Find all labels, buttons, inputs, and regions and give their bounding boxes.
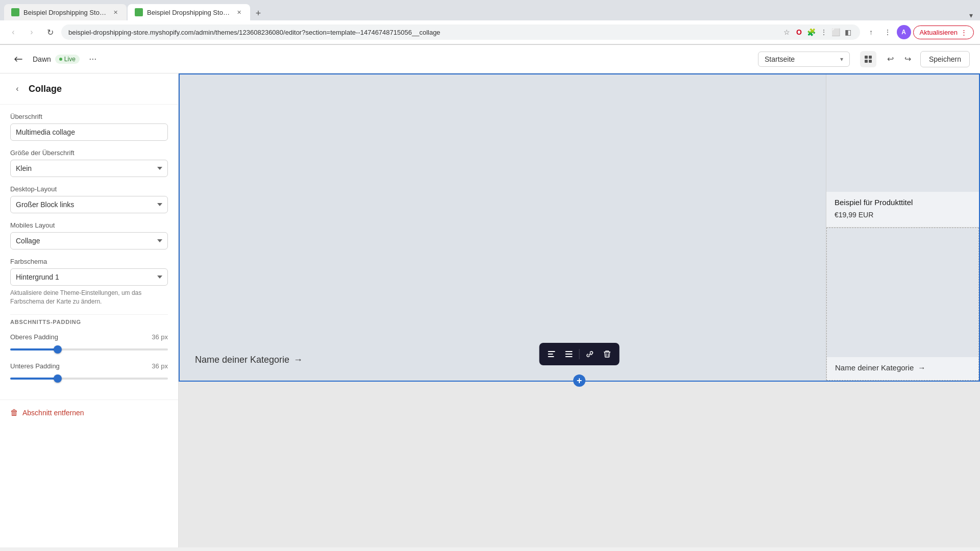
svg-rect-9 <box>566 356 573 357</box>
bookmark-icon[interactable]: ☆ <box>782 28 792 37</box>
view-grid-button[interactable] <box>860 51 876 67</box>
page-selector-text: Startseite <box>765 55 795 63</box>
sidebar-header: ‹ Collage <box>0 73 178 105</box>
redo-button[interactable]: ↪ <box>900 51 916 67</box>
browser-actions: ↑ ⋮ A Aktualisieren ⋮ <box>864 25 974 39</box>
browser-chrome: Beispiel Dropshipping Store · ✕ Beispiel… <box>0 0 980 45</box>
category-card-link[interactable]: Name deiner Kategorie → <box>835 363 970 372</box>
heading-label: Überschrift <box>10 113 168 120</box>
collage-category-text: Name deiner Kategorie <box>195 355 289 365</box>
opera-icon[interactable]: O <box>795 28 804 37</box>
collage-category-link[interactable]: Name deiner Kategorie → <box>195 355 303 365</box>
desktop-layout-label: Desktop-Layout <box>10 185 168 193</box>
main-content: ‹ Collage Überschrift Größe der Überschr… <box>0 73 980 547</box>
url-bar-icons: ☆ O 🧩 ⋮ ⬜ ◧ <box>782 28 853 37</box>
more-tools-icon[interactable]: ⋮ <box>819 28 828 37</box>
tab-bar: Beispiel Dropshipping Store · ✕ Beispiel… <box>0 0 980 20</box>
tab-1-favicon <box>11 8 19 16</box>
collage-section[interactable]: Name deiner Kategorie → Beispiel für Pro… <box>179 73 980 382</box>
update-button-icon: ⋮ <box>961 29 967 36</box>
sidebar-icon[interactable]: ◧ <box>844 28 853 37</box>
theme-name: Dawn Live <box>33 55 80 64</box>
bottom-padding-slider-track <box>10 378 168 380</box>
sidebar: ‹ Collage Überschrift Größe der Überschr… <box>0 73 179 547</box>
bottom-padding-label-row: Unteres Padding 36 px <box>10 362 168 370</box>
padding-section-label: ABSCHNITTS-PADDING <box>10 319 168 325</box>
svg-rect-4 <box>548 351 555 352</box>
svg-rect-7 <box>566 351 573 352</box>
remove-section-button[interactable]: 🗑 Abschnitt entfernen <box>0 399 178 425</box>
mobile-layout-field-group: Mobiles Layout Collage Spalte <box>10 221 168 249</box>
heading-size-label: Größe der Überschrift <box>10 149 168 157</box>
bottom-padding-value: 36 px <box>152 362 168 370</box>
undo-redo-controls: ↩ ↪ <box>883 51 916 67</box>
tab-2[interactable]: Beispiel Dropshipping Store · ✕ <box>128 4 250 20</box>
update-button[interactable]: Aktualisieren ⋮ <box>913 26 974 39</box>
toolbar-back-button[interactable] <box>10 51 27 67</box>
bottom-padding-slider-fill <box>10 378 58 380</box>
color-scheme-note: Aktualisiere deine Theme-Einstellungen, … <box>10 289 168 306</box>
float-toolbar-btn-1[interactable] <box>544 346 560 362</box>
float-toolbar-link-btn[interactable] <box>582 346 598 362</box>
sidebar-back-button[interactable]: ‹ <box>10 82 24 96</box>
undo-button[interactable]: ↩ <box>883 51 899 67</box>
collage-main-image <box>180 74 826 381</box>
back-button[interactable]: ‹ <box>6 25 20 39</box>
toolbar-right: ↩ ↪ Speichern <box>883 51 970 67</box>
new-tab-button[interactable]: + <box>251 6 265 20</box>
sidebar-title: Collage <box>29 84 62 94</box>
theme-name-text: Dawn <box>33 55 51 63</box>
add-block-button[interactable] <box>573 374 585 387</box>
address-bar: ‹ › ↻ beispiel-dropshipping-store.myshop… <box>0 20 980 44</box>
profile-icon[interactable]: A <box>897 25 911 39</box>
svg-rect-2 <box>865 60 868 63</box>
float-toolbar-divider <box>579 349 580 359</box>
mobile-layout-select[interactable]: Collage Spalte <box>10 232 168 249</box>
url-text: beispiel-dropshipping-store.myshopify.co… <box>68 29 440 36</box>
collage-main-block: Name deiner Kategorie → <box>180 74 826 381</box>
top-padding-slider-container[interactable] <box>10 345 168 354</box>
top-padding-field: Oberes Padding 36 px <box>10 333 168 354</box>
float-toolbar-btn-2[interactable] <box>561 346 577 362</box>
category-card-image <box>827 228 978 358</box>
product-card[interactable]: Beispiel für Produkttitel €19,99 EUR <box>826 74 979 228</box>
bottom-padding-field: Unteres Padding 36 px <box>10 362 168 383</box>
bottom-padding-slider-thumb[interactable] <box>54 374 62 383</box>
app-layout: Dawn Live ··· Startseite ▾ <box>0 45 980 547</box>
tab-1-close[interactable]: ✕ <box>111 8 119 16</box>
float-toolbar <box>540 343 620 365</box>
tab-bar-dropdown[interactable]: ▾ <box>966 10 976 20</box>
product-title: Beispiel für Produkttitel <box>835 198 971 207</box>
heading-size-select[interactable]: Klein Mittel Groß <box>10 160 168 177</box>
heading-input[interactable] <box>10 123 168 141</box>
reload-button[interactable]: ↻ <box>43 25 57 39</box>
trash-icon: 🗑 <box>10 408 18 417</box>
share-button[interactable]: ↑ <box>864 25 878 39</box>
more-button[interactable]: ⋮ <box>880 25 895 39</box>
more-options-button[interactable]: ··· <box>86 52 100 66</box>
selector-arrow-icon: ▾ <box>840 56 843 63</box>
category-card-text: Name deiner Kategorie <box>835 363 914 372</box>
bottom-padding-slider-container[interactable] <box>10 374 168 383</box>
product-price: €19,99 EUR <box>835 211 971 219</box>
category-card-arrow: → <box>918 363 925 372</box>
live-dot <box>59 58 62 61</box>
category-card[interactable]: Name deiner Kategorie → <box>826 228 979 381</box>
url-bar[interactable]: beispiel-dropshipping-store.myshopify.co… <box>61 24 860 40</box>
page-selector[interactable]: Startseite ▾ <box>758 52 850 67</box>
top-padding-slider-thumb[interactable] <box>54 345 62 354</box>
tab-2-close[interactable]: ✕ <box>235 8 243 16</box>
desktop-layout-select[interactable]: Großer Block links Großer Block rechts Z… <box>10 196 168 213</box>
forward-button[interactable]: › <box>24 25 39 39</box>
svg-rect-8 <box>566 354 573 355</box>
save-button[interactable]: Speichern <box>920 51 970 67</box>
collage-right-column: Beispiel für Produkttitel €19,99 EUR Nam… <box>826 74 979 381</box>
float-toolbar-delete-btn[interactable] <box>599 346 616 362</box>
collage-text-overlay: Name deiner Kategorie → <box>180 344 318 381</box>
tab-2-favicon <box>135 8 143 16</box>
top-padding-slider-fill <box>10 348 58 350</box>
extensions-icon[interactable]: 🧩 <box>807 28 816 37</box>
color-scheme-select[interactable]: Hintergrund 1 Hintergrund 2 Hintergrund … <box>10 268 168 286</box>
tab-1[interactable]: Beispiel Dropshipping Store · ✕ <box>4 4 127 20</box>
screenshot-icon[interactable]: ⬜ <box>831 28 841 37</box>
